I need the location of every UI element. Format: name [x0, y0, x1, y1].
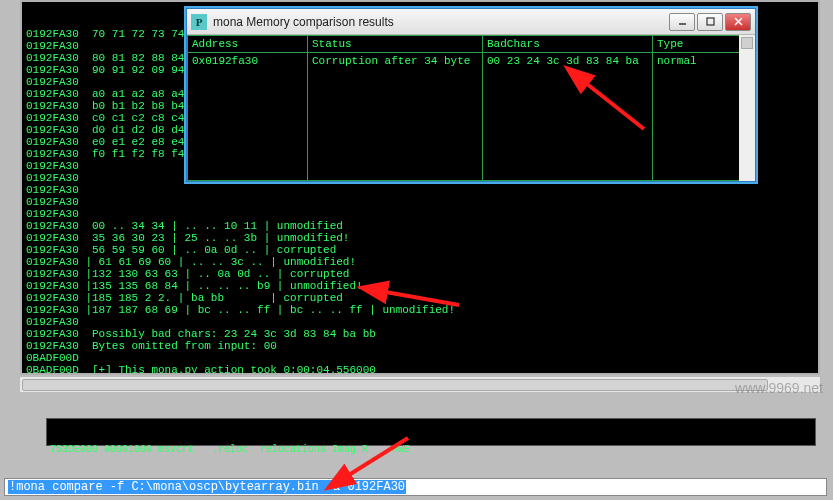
- command-text[interactable]: !mona compare -f C:\mona\oscp\bytearray.…: [8, 480, 406, 494]
- col-badchars[interactable]: BadChars: [483, 36, 653, 53]
- hex-line: 0192FA30: [26, 196, 814, 208]
- mona-icon: P: [191, 14, 207, 30]
- hex-line: 0192FA30 |135 135 68 84 | .. .. .. b9 | …: [26, 280, 814, 292]
- hex-line: 0192FA30 Possibly bad chars: 23 24 3c 3d…: [26, 328, 814, 340]
- modules-panel: 753DE000 00001000 msvcrt .reloc relocati…: [46, 418, 816, 446]
- hex-line: 0192FA30 00 .. 34 34 | .. .. 10 11 | unm…: [26, 220, 814, 232]
- mona-window: P mona Memory comparison results Address…: [186, 8, 756, 182]
- table-row[interactable]: 0x0192fa30 Corruption after 34 byte 00 2…: [188, 53, 755, 181]
- mona-vscrollbar-thumb[interactable]: [741, 37, 753, 49]
- cell-badchars: 00 23 24 3c 3d 83 84 ba: [483, 53, 653, 181]
- minimize-icon: [678, 17, 687, 26]
- maximize-button[interactable]: [697, 13, 723, 31]
- hex-line: 0192FA30: [26, 184, 814, 196]
- close-icon: [734, 17, 743, 26]
- close-button[interactable]: [725, 13, 751, 31]
- hex-line: 0192FA30 Bytes omitted from input: 00: [26, 340, 814, 352]
- hex-line: 0192FA30 |185 185 2 2. | ba bb | corrupt…: [26, 292, 814, 304]
- hex-line: 0192FA30 |187 187 68 69 | bc .. .. ff | …: [26, 304, 814, 316]
- maximize-icon: [706, 17, 715, 26]
- hex-line: 0192FA30: [26, 208, 814, 220]
- mona-table: Address Status BadChars Type 0x0192fa30 …: [187, 35, 755, 181]
- cell-status: Corruption after 34 byte: [308, 53, 483, 181]
- mona-header-row: Address Status BadChars Type: [188, 36, 755, 53]
- watermark: www.9969.net: [735, 380, 823, 396]
- hex-line: 0192FA30 |132 130 63 63 | .. 0a 0d .. | …: [26, 268, 814, 280]
- hscrollbar-thumb[interactable]: [22, 379, 768, 391]
- col-status[interactable]: Status: [308, 36, 483, 53]
- hex-line: 0192FA30: [26, 316, 814, 328]
- col-address[interactable]: Address: [188, 36, 308, 53]
- svg-rect-1: [707, 18, 714, 25]
- mona-vscrollbar[interactable]: [739, 35, 755, 181]
- hex-line: 0192FA30 | 61 61 69 60 | .. .. 3c .. | u…: [26, 256, 814, 268]
- command-input[interactable]: !mona compare -f C:\mona\oscp\bytearray.…: [4, 478, 827, 496]
- mona-title: mona Memory comparison results: [213, 15, 394, 29]
- cell-address: 0x0192fa30: [188, 53, 308, 181]
- mona-titlebar[interactable]: P mona Memory comparison results: [187, 9, 755, 35]
- hex-line: 0192FA30 56 59 59 60 | .. 0a 0d .. | cor…: [26, 244, 814, 256]
- hscrollbar[interactable]: [20, 376, 820, 392]
- minimize-button[interactable]: [669, 13, 695, 31]
- mona-body: Address Status BadChars Type 0x0192fa30 …: [187, 35, 755, 181]
- hex-line: 0192FA30 35 36 30 23 | 25 .. .. 3b | unm…: [26, 232, 814, 244]
- hex-line: 0BADF00D [+] This mona.py action took 0:…: [26, 364, 814, 375]
- module-row: 753DE000 00001000 msvcrt .reloc relocati…: [50, 444, 812, 456]
- hex-line: 0BADF00D: [26, 352, 814, 364]
